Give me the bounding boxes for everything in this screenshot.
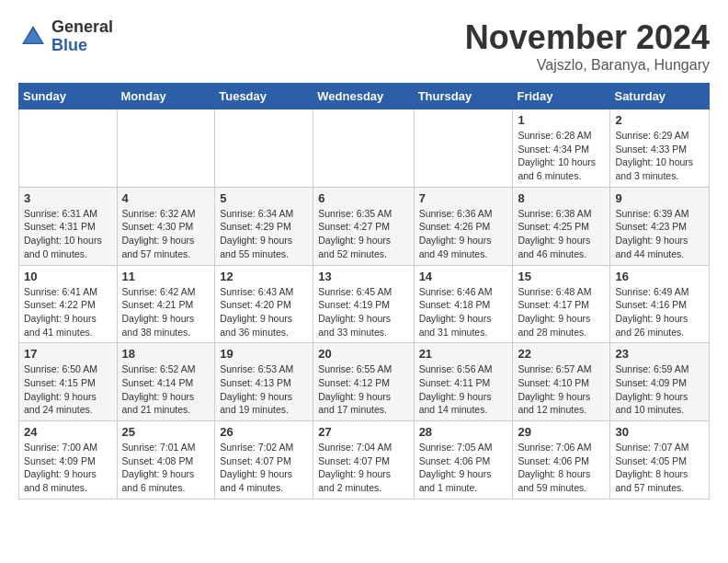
day-number: 7 — [419, 191, 508, 205]
day-info: Sunrise: 6:32 AM Sunset: 4:30 PM Dayligh… — [122, 207, 210, 261]
calendar-cell: 7Sunrise: 6:36 AM Sunset: 4:26 PM Daylig… — [414, 187, 513, 265]
day-info: Sunrise: 6:31 AM Sunset: 4:31 PM Dayligh… — [24, 207, 112, 261]
day-number: 4 — [122, 191, 210, 205]
calendar-cell — [313, 109, 414, 188]
calendar-cell: 5Sunrise: 6:34 AM Sunset: 4:29 PM Daylig… — [215, 187, 313, 265]
calendar-cell: 11Sunrise: 6:42 AM Sunset: 4:21 PM Dayli… — [117, 265, 215, 343]
day-info: Sunrise: 6:38 AM Sunset: 4:25 PM Dayligh… — [518, 207, 605, 261]
day-number: 14 — [419, 270, 508, 283]
logo-icon — [18, 22, 48, 52]
day-number: 12 — [220, 270, 308, 283]
day-number: 3 — [24, 191, 112, 205]
weekday-header: Friday — [513, 84, 610, 109]
day-number: 29 — [518, 425, 605, 439]
day-number: 9 — [615, 191, 704, 205]
day-info: Sunrise: 7:02 AM Sunset: 4:07 PM Dayligh… — [220, 441, 308, 495]
day-info: Sunrise: 6:45 AM Sunset: 4:19 PM Dayligh… — [318, 285, 408, 339]
weekday-header: Wednesday — [313, 84, 414, 109]
day-info: Sunrise: 6:29 AM Sunset: 4:33 PM Dayligh… — [615, 129, 704, 183]
day-info: Sunrise: 6:36 AM Sunset: 4:26 PM Dayligh… — [419, 207, 508, 261]
day-info: Sunrise: 6:56 AM Sunset: 4:11 PM Dayligh… — [419, 362, 508, 417]
calendar-cell: 21Sunrise: 6:56 AM Sunset: 4:11 PM Dayli… — [414, 343, 513, 421]
day-number: 8 — [518, 191, 605, 205]
calendar-table: SundayMondayTuesdayWednesdayThursdayFrid… — [18, 83, 710, 500]
day-info: Sunrise: 7:04 AM Sunset: 4:07 PM Dayligh… — [318, 441, 408, 495]
day-number: 11 — [122, 270, 210, 283]
day-number: 25 — [122, 425, 210, 439]
day-number: 16 — [615, 270, 704, 283]
day-info: Sunrise: 6:46 AM Sunset: 4:18 PM Dayligh… — [419, 285, 508, 339]
calendar-cell: 4Sunrise: 6:32 AM Sunset: 4:30 PM Daylig… — [117, 187, 215, 265]
day-number: 19 — [220, 347, 308, 361]
day-info: Sunrise: 6:34 AM Sunset: 4:29 PM Dayligh… — [220, 207, 308, 261]
day-info: Sunrise: 6:41 AM Sunset: 4:22 PM Dayligh… — [24, 285, 112, 339]
calendar-cell: 12Sunrise: 6:43 AM Sunset: 4:20 PM Dayli… — [215, 265, 313, 343]
calendar-week-row: 24Sunrise: 7:00 AM Sunset: 4:09 PM Dayli… — [19, 421, 710, 500]
month-title: November 2024 — [465, 18, 710, 57]
day-number: 6 — [318, 191, 408, 205]
location: Vajszlo, Baranya, Hungary — [465, 57, 710, 74]
calendar-cell: 1Sunrise: 6:28 AM Sunset: 4:34 PM Daylig… — [513, 109, 610, 188]
day-info: Sunrise: 7:06 AM Sunset: 4:06 PM Dayligh… — [518, 441, 605, 495]
calendar-cell: 3Sunrise: 6:31 AM Sunset: 4:31 PM Daylig… — [19, 187, 118, 265]
day-number: 1 — [518, 113, 605, 127]
day-info: Sunrise: 6:28 AM Sunset: 4:34 PM Dayligh… — [518, 129, 605, 183]
day-number: 18 — [122, 347, 210, 361]
day-number: 2 — [615, 113, 704, 127]
day-number: 28 — [419, 425, 508, 439]
calendar-week-row: 17Sunrise: 6:50 AM Sunset: 4:15 PM Dayli… — [19, 343, 710, 421]
calendar-cell: 22Sunrise: 6:57 AM Sunset: 4:10 PM Dayli… — [513, 343, 610, 421]
weekday-header: Saturday — [610, 84, 710, 109]
day-number: 15 — [518, 270, 605, 283]
day-info: Sunrise: 6:49 AM Sunset: 4:16 PM Dayligh… — [615, 285, 704, 339]
calendar-cell: 15Sunrise: 6:48 AM Sunset: 4:17 PM Dayli… — [513, 265, 610, 343]
day-number: 5 — [220, 191, 308, 205]
title-block: November 2024 Vajszlo, Baranya, Hungary — [465, 18, 710, 74]
day-number: 22 — [518, 347, 605, 361]
calendar-cell: 23Sunrise: 6:59 AM Sunset: 4:09 PM Dayli… — [610, 343, 710, 421]
weekday-header: Tuesday — [215, 84, 313, 109]
day-number: 17 — [24, 347, 112, 361]
day-info: Sunrise: 7:07 AM Sunset: 4:05 PM Dayligh… — [615, 441, 704, 495]
calendar-cell: 14Sunrise: 6:46 AM Sunset: 4:18 PM Dayli… — [414, 265, 513, 343]
weekday-header-row: SundayMondayTuesdayWednesdayThursdayFrid… — [19, 84, 710, 109]
calendar-cell: 8Sunrise: 6:38 AM Sunset: 4:25 PM Daylig… — [513, 187, 610, 265]
calendar-cell: 13Sunrise: 6:45 AM Sunset: 4:19 PM Dayli… — [313, 265, 414, 343]
calendar-cell: 6Sunrise: 6:35 AM Sunset: 4:27 PM Daylig… — [313, 187, 414, 265]
calendar-cell: 24Sunrise: 7:00 AM Sunset: 4:09 PM Dayli… — [19, 421, 118, 500]
calendar-cell: 28Sunrise: 7:05 AM Sunset: 4:06 PM Dayli… — [414, 421, 513, 500]
day-number: 26 — [220, 425, 308, 439]
calendar-cell — [414, 109, 513, 188]
day-info: Sunrise: 6:52 AM Sunset: 4:14 PM Dayligh… — [122, 362, 210, 417]
logo: General Blue — [18, 18, 113, 55]
calendar-cell: 18Sunrise: 6:52 AM Sunset: 4:14 PM Dayli… — [117, 343, 215, 421]
calendar-cell: 25Sunrise: 7:01 AM Sunset: 4:08 PM Dayli… — [117, 421, 215, 500]
day-info: Sunrise: 6:43 AM Sunset: 4:20 PM Dayligh… — [220, 285, 308, 339]
calendar-cell: 9Sunrise: 6:39 AM Sunset: 4:23 PM Daylig… — [610, 187, 710, 265]
calendar-cell — [19, 109, 118, 188]
weekday-header: Sunday — [19, 84, 118, 109]
calendar-cell: 16Sunrise: 6:49 AM Sunset: 4:16 PM Dayli… — [610, 265, 710, 343]
calendar-body: 1Sunrise: 6:28 AM Sunset: 4:34 PM Daylig… — [19, 109, 710, 500]
day-info: Sunrise: 6:42 AM Sunset: 4:21 PM Dayligh… — [122, 285, 210, 339]
day-info: Sunrise: 6:35 AM Sunset: 4:27 PM Dayligh… — [318, 207, 408, 261]
day-number: 27 — [318, 425, 408, 439]
day-number: 24 — [24, 425, 112, 439]
calendar-cell: 19Sunrise: 6:53 AM Sunset: 4:13 PM Dayli… — [215, 343, 313, 421]
day-number: 10 — [24, 270, 112, 283]
calendar-cell: 29Sunrise: 7:06 AM Sunset: 4:06 PM Dayli… — [513, 421, 610, 500]
calendar-week-row: 3Sunrise: 6:31 AM Sunset: 4:31 PM Daylig… — [19, 187, 710, 265]
page-header: General Blue November 2024 Vajszlo, Bara… — [18, 18, 710, 74]
day-info: Sunrise: 7:00 AM Sunset: 4:09 PM Dayligh… — [24, 441, 112, 495]
calendar-cell: 10Sunrise: 6:41 AM Sunset: 4:22 PM Dayli… — [19, 265, 118, 343]
calendar-cell: 30Sunrise: 7:07 AM Sunset: 4:05 PM Dayli… — [610, 421, 710, 500]
day-info: Sunrise: 6:55 AM Sunset: 4:12 PM Dayligh… — [318, 362, 408, 417]
calendar-cell: 2Sunrise: 6:29 AM Sunset: 4:33 PM Daylig… — [610, 109, 710, 188]
day-info: Sunrise: 6:53 AM Sunset: 4:13 PM Dayligh… — [220, 362, 308, 417]
day-number: 21 — [419, 347, 508, 361]
weekday-header: Monday — [117, 84, 215, 109]
day-info: Sunrise: 7:01 AM Sunset: 4:08 PM Dayligh… — [122, 441, 210, 495]
calendar-cell: 27Sunrise: 7:04 AM Sunset: 4:07 PM Dayli… — [313, 421, 414, 500]
calendar-cell — [215, 109, 313, 188]
day-number: 23 — [615, 347, 704, 361]
